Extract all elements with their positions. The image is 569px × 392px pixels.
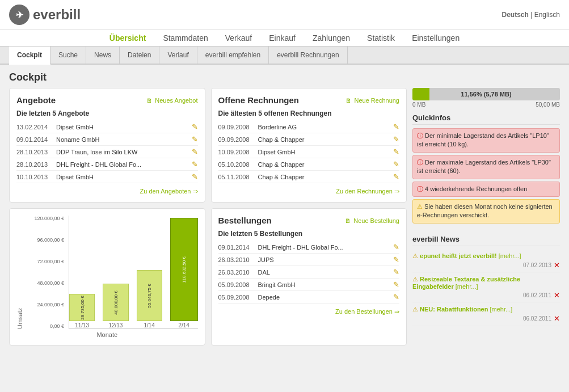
nav-verkauf[interactable]: Verkauf [225,33,252,43]
angebote-date-2: 28.10.2013 [16,149,56,155]
nav-statistik[interactable]: Statistik [367,33,395,43]
rechnungen-name-3: Chap & Chapper [258,161,391,168]
right-column: 11,56% (5,78 MB) 0 MB 50,00 MB Quickinfo… [412,88,560,345]
tab-empfehlen[interactable]: everbill empfehlen [197,47,269,64]
edit-icon-r2[interactable]: ✎ [393,147,399,156]
angebote-row-0: 13.02.2014 Dipset GmbH ✎ [16,121,198,133]
news-item-title-0[interactable]: epunet heißt jetzt everbill! [420,252,497,259]
language-switcher: Deutsch | Englisch [502,11,560,19]
tab-cockpit[interactable]: Cockpit [9,47,50,65]
news-item-content-0: ⚠ epunet heißt jetzt everbill! [mehr...] [412,252,560,260]
edit-icon-b4[interactable]: ✎ [393,293,399,301]
nav-ubersicht[interactable]: Übersicht [109,33,146,43]
nav-einstellungen[interactable]: Einstellungen [412,33,460,43]
new-bestellung-icon: 🗎 [345,217,351,224]
qi-icon-1: ⓘ [417,159,423,166]
news-item-more-1[interactable]: [mehr...] [456,283,478,290]
news-close-2[interactable]: ✕ [554,314,560,323]
bestellungen-header: Bestellungen 🗎 Neue Bestellung [218,216,400,225]
storage-section: 11,56% (5,78 MB) 0 MB 50,00 MB [412,88,560,108]
rechnungen-date-4: 05.11.2008 [218,174,258,180]
news-item-title-2[interactable]: NEU: Rabattfunktionen [420,306,488,313]
angebote-row-2: 28.10.2013 DDP Traun, lose im Silo LKW ✎ [16,146,198,158]
bestellungen-arrow-icon: ⇒ [394,308,399,315]
rechnungen-date-2: 10.09.2008 [218,149,258,155]
arrow-right-icon: ⇒ [193,188,198,195]
edit-icon-a3[interactable]: ✎ [192,160,198,168]
bestellungen-title: Bestellungen [218,216,272,225]
nav-stammdaten[interactable]: Stammdaten [163,33,208,43]
bar-2[interactable]: 55.046,75 € [137,270,162,321]
edit-icon-a0[interactable]: ✎ [192,123,198,131]
angebote-footer-link[interactable]: Zu den Angeboten ⇒ [16,188,198,195]
news-close-1[interactable]: ✕ [554,291,560,300]
tab-dateien[interactable]: Dateien [120,47,159,64]
news-item-meta-0: 07.02.2013 ✕ [412,261,560,269]
y-label-0: 120.000,00 € [26,216,64,221]
edit-icon-a4[interactable]: ✎ [192,172,198,181]
edit-icon-b0[interactable]: ✎ [393,243,399,251]
edit-icon-a1[interactable]: ✎ [192,135,198,144]
tab-news[interactable]: News [86,47,120,64]
warning-icon-2: ⚠ [412,306,418,313]
bar-value-1: 40.000,00 € [113,290,118,314]
angebote-section-title: Die letzten 5 Angebote [16,109,198,117]
bar-0[interactable]: 29.735,00 € [69,294,95,321]
tab-rechnungen[interactable]: everbill Rechnungen [269,47,347,64]
angebote-header: Angebote 🗎 Neues Angebot [16,95,198,105]
rechnungen-title: Offene Rechnungen [218,95,300,105]
edit-icon-b2[interactable]: ✎ [393,268,399,276]
edit-icon-b1[interactable]: ✎ [393,255,399,264]
storage-bar-fill [412,88,429,100]
tab-verlauf[interactable]: Verlauf [159,47,197,64]
rechnungen-row-0: 09.09.2008 Borderline AG ✎ [218,121,400,133]
bar-group-2: 55.046,75 € 1/14 [137,270,162,328]
edit-icon-b3[interactable]: ✎ [393,280,399,289]
edit-icon-r0[interactable]: ✎ [393,123,399,131]
bestellungen-name-3: Bringit GmbH [258,281,391,288]
news-item-more-2[interactable]: [mehr...] [490,306,513,313]
y-label-3: 48.000,00 € [26,280,64,286]
angebote-footer-label: Zu den Angeboten [140,188,191,195]
qi-item-3: ⚠ Sie haben diesen Monat noch keine sign… [412,199,560,224]
rechnungen-footer-link[interactable]: Zu den Rechnungen ⇒ [218,188,400,195]
logo: ✈ everbill [9,5,81,25]
news-item-more-0[interactable]: [mehr...] [499,252,521,259]
bar-value-2: 55.046,75 € [147,284,152,307]
rechnungen-name-2: Dipset GmbH [258,149,391,155]
rechnungen-name-0: Borderline AG [258,124,391,130]
edit-icon-r3[interactable]: ✎ [393,160,399,168]
rechnungen-date-3: 05.10.2008 [218,161,258,168]
bar-xlabel-1: 12/13 [108,322,123,328]
chart-outer: Umsatz 120.000,00 € 96.000,00 € 72.000,0… [16,216,198,329]
qi-text-0: Der minimale Lagerstand des Artikels "LP… [417,132,549,147]
nav-zahlungen[interactable]: Zahlungen [313,33,350,43]
new-angebot-button[interactable]: 🗎 Neues Angebot [146,97,197,104]
bar-1[interactable]: 40.000,00 € [103,284,128,321]
new-rechnung-button[interactable]: 🗎 Neue Rechnung [345,97,399,104]
edit-icon-r1[interactable]: ✎ [393,135,399,144]
edit-icon-a2[interactable]: ✎ [192,147,198,156]
lang-deutsch[interactable]: Deutsch [502,11,529,19]
bar-3[interactable]: 118.632,50 € [170,218,198,321]
new-bestellung-button[interactable]: 🗎 Neue Bestellung [345,217,399,224]
page-title: Cockpit [0,65,569,88]
nav-einkauf[interactable]: Einkauf [269,33,296,43]
bar-value-3: 118.632,50 € [182,256,187,283]
new-doc-icon: 🗎 [146,97,153,104]
bestellungen-row-2: 26.03.2010 DAL ✎ [218,266,400,279]
bestellungen-footer-link[interactable]: Zu den Bestellungen ⇒ [218,308,400,315]
bottom-row: Umsatz 120.000,00 € 96.000,00 € 72.000,0… [9,208,407,345]
bar-xlabel-0: 11/13 [75,322,89,328]
qi-text-2: 4 wiederkehrende Rechnungen offen [425,186,527,192]
content-area: Angebote 🗎 Neues Angebot Die letzten 5 A… [0,88,569,355]
lang-english[interactable]: Englisch [534,11,560,19]
bestellungen-name-1: JUPS [258,256,391,263]
tab-suche[interactable]: Suche [50,47,86,64]
news-item-meta-1: 06.02.2011 ✕ [412,291,560,300]
tab-bar: Cockpit Suche News Dateien Verlauf everb… [0,47,569,65]
new-rechnung-icon: 🗎 [345,97,352,104]
news-close-0[interactable]: ✕ [554,261,560,269]
edit-icon-r4[interactable]: ✎ [393,172,399,181]
rechnungen-name-1: Chap & Chapper [258,136,391,143]
